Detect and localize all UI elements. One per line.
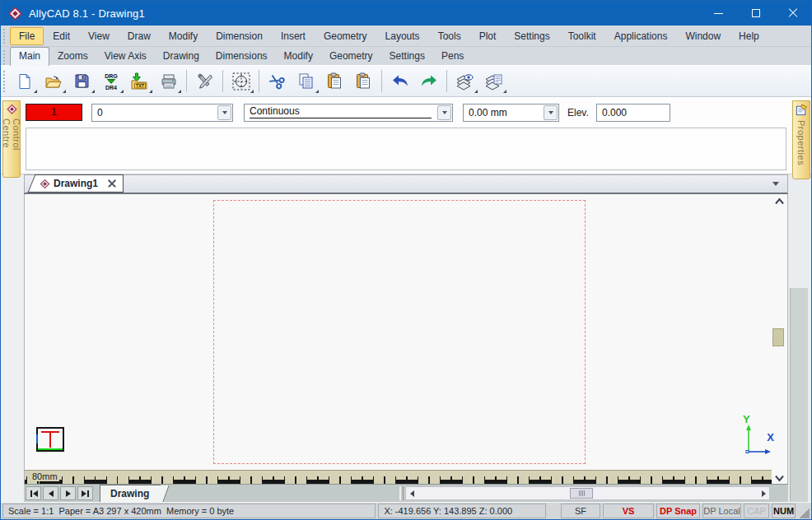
properties-label: Properties: [796, 120, 806, 165]
previous-sheet-button[interactable]: [43, 486, 58, 500]
menu-item[interactable]: Toolkit: [559, 27, 605, 45]
vertical-scrollbar[interactable]: [772, 194, 787, 484]
toolbar-tab[interactable]: Dimensions: [208, 48, 276, 65]
window-title: AllyCAD 8.1 - Drawing1: [29, 7, 145, 20]
layer-settings-icon: [484, 72, 503, 91]
lineweight-dropdown-icon[interactable]: [544, 105, 558, 120]
menu-item[interactable]: Insert: [272, 27, 315, 45]
menu-item[interactable]: View: [79, 27, 119, 45]
next-sheet-button[interactable]: [60, 486, 76, 500]
menu-item[interactable]: Modify: [160, 27, 207, 45]
scroll-down-icon[interactable]: [774, 475, 785, 482]
scroll-up-icon[interactable]: [774, 197, 785, 205]
layer-settings-button[interactable]: [479, 68, 508, 95]
paper-boundary: [213, 200, 586, 464]
toolbar-tab[interactable]: Zooms: [49, 48, 96, 65]
message-area[interactable]: [26, 128, 786, 170]
layer-visibility-button[interactable]: [450, 68, 479, 95]
tab-list-dropdown-icon[interactable]: [772, 182, 779, 186]
menu-item[interactable]: Layouts: [376, 27, 429, 45]
status-toggle[interactable]: VS: [603, 504, 654, 518]
horizontal-scroll-thumb[interactable]: [570, 488, 593, 499]
control-centre-tab[interactable]: Control Centre: [2, 100, 21, 178]
status-toggle[interactable]: CAP: [744, 504, 769, 518]
toolbar-tab[interactable]: View Axis: [96, 48, 155, 65]
menu-item[interactable]: Window: [676, 27, 730, 45]
axis-indicator: Y X: [741, 413, 774, 459]
menu-bar-grip[interactable]: [3, 29, 8, 44]
toolbar-tab-row-grip[interactable]: [3, 50, 8, 65]
close-icon: [788, 8, 798, 18]
paste-special-button[interactable]: [349, 68, 378, 95]
status-toggle[interactable]: DP Snap: [656, 504, 700, 518]
right-strip: [788, 188, 811, 502]
drg-to-dr4-button[interactable]: DRGDR4: [96, 68, 125, 95]
control-centre-label: Control Centre: [2, 118, 21, 177]
menu-item[interactable]: Edit: [44, 27, 79, 45]
redo-icon: [419, 72, 439, 91]
layer-visibility-icon: [455, 72, 474, 91]
cut-icon: [268, 72, 287, 91]
menu-item[interactable]: Applications: [605, 27, 677, 45]
status-toggle[interactable]: DP Local: [702, 504, 741, 518]
linetype-dropdown-icon[interactable]: [437, 105, 451, 120]
first-sheet-button[interactable]: [26, 486, 41, 500]
toolbar-tab[interactable]: Drawing: [155, 48, 208, 65]
open-drawing-button[interactable]: [39, 68, 68, 95]
toolbar-grip[interactable]: [3, 71, 8, 92]
maximize-button[interactable]: [737, 1, 774, 26]
paste-button[interactable]: [320, 68, 349, 95]
toolbar-tab[interactable]: Settings: [381, 48, 433, 65]
horizontal-scrollbar[interactable]: [405, 486, 770, 500]
drawing-canvas[interactable]: Y X 80mm: [24, 194, 788, 484]
toolbar-tab[interactable]: Modify: [276, 48, 321, 65]
status-toggle[interactable]: NUM: [772, 504, 796, 518]
elevation-input[interactable]: 0.000: [596, 104, 670, 122]
menu-item[interactable]: Settings: [505, 27, 558, 45]
elevation-label: Elev.: [567, 107, 589, 118]
properties-tab[interactable]: Properties: [792, 100, 810, 179]
import-txt-icon: TXT: [130, 72, 149, 91]
last-sheet-button[interactable]: [77, 486, 93, 500]
tab-scroll-splitter[interactable]: [399, 486, 404, 500]
sheet-tab-drawing[interactable]: Drawing: [100, 485, 161, 502]
tools-button[interactable]: [190, 68, 219, 95]
linetype-combobox[interactable]: Continuous: [244, 104, 453, 122]
menu-item[interactable]: Help: [730, 27, 768, 45]
toolbar-tab[interactable]: Geometry: [321, 48, 381, 65]
maximize-icon: [752, 9, 760, 17]
layer-combobox[interactable]: 0: [91, 104, 233, 122]
toolbar-tab[interactable]: Main: [10, 47, 49, 66]
toolbar-tab[interactable]: Pens: [433, 48, 472, 65]
cut-button[interactable]: [263, 68, 292, 95]
allycad-logo-icon: [8, 7, 22, 21]
minimize-button[interactable]: [700, 1, 737, 26]
layer-dropdown-icon[interactable]: [217, 105, 231, 120]
properties-icon: [796, 104, 808, 116]
menu-item[interactable]: Plot: [470, 27, 506, 45]
pen-color-swatch[interactable]: 1: [26, 104, 82, 121]
snap-circle-button[interactable]: [226, 68, 255, 95]
save-button[interactable]: [68, 68, 96, 95]
status-toggle[interactable]: SF: [561, 504, 600, 518]
menu-item[interactable]: Draw: [119, 27, 160, 45]
linetype-value: Continuous: [250, 104, 432, 118]
document-tab-close-icon[interactable]: [108, 179, 116, 188]
scroll-right-icon[interactable]: [758, 490, 769, 497]
resize-grip[interactable]: [798, 504, 810, 518]
lineweight-combobox[interactable]: 0.00 mm: [463, 104, 559, 122]
redo-button[interactable]: [414, 68, 443, 95]
import-txt-button[interactable]: TXT: [125, 68, 154, 95]
menu-item[interactable]: Geometry: [315, 27, 376, 45]
undo-button[interactable]: [385, 68, 414, 95]
document-tab-drawing1[interactable]: Drawing1: [36, 174, 124, 193]
menu-item[interactable]: File: [10, 27, 44, 45]
menu-item[interactable]: Tools: [429, 27, 470, 45]
menu-item[interactable]: Dimension: [207, 27, 272, 45]
new-drawing-button[interactable]: [10, 68, 39, 95]
close-button[interactable]: [774, 1, 811, 26]
print-button[interactable]: [154, 68, 183, 95]
scroll-left-icon[interactable]: [406, 490, 418, 497]
vertical-scroll-thumb[interactable]: [772, 328, 784, 346]
copy-button[interactable]: [292, 68, 320, 95]
